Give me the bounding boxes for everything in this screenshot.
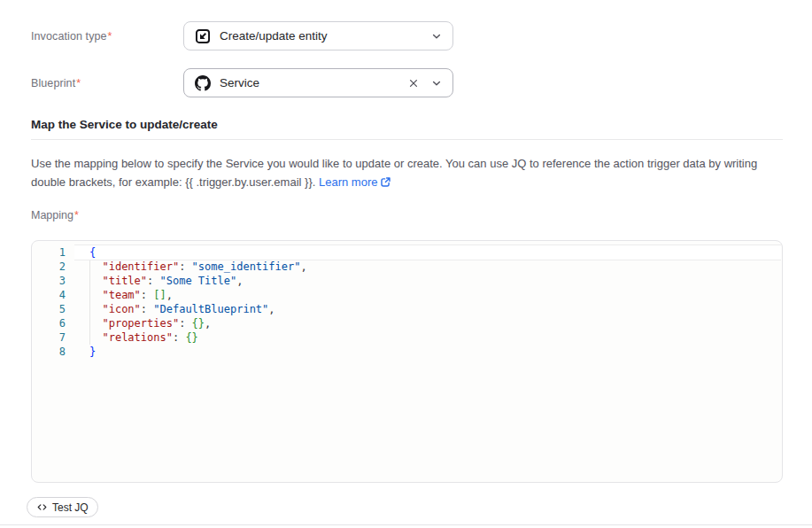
invocation-type-value: Create/update entity (220, 29, 431, 43)
code-line-text: "identifier": "some_identifier", (74, 260, 782, 274)
line-number: 1 (32, 245, 66, 260)
test-jq-label: Test JQ (52, 501, 89, 514)
code-editor-lines: 1{2 "identifier": "some_identifier",3 "t… (32, 241, 782, 359)
line-number: 6 (32, 316, 66, 330)
invocation-type-label: Invocation type* (31, 30, 183, 43)
description-text: Use the mapping below to specify the Ser… (31, 157, 757, 189)
mapping-label: Mapping* (31, 209, 79, 221)
code-line-text: "relations": {} (74, 330, 782, 345)
code-line[interactable]: 2 "identifier": "some_identifier", (32, 260, 782, 274)
chevron-down-icon[interactable] (431, 31, 442, 42)
learn-more-link[interactable]: Learn more (319, 175, 377, 189)
code-line-text: "properties": {}, (74, 316, 782, 330)
code-icon (36, 501, 48, 513)
code-line-text: "title": "Some Title", (74, 274, 782, 288)
line-number: 7 (32, 330, 66, 345)
code-line[interactable]: 5 "icon": "DefaultBlueprint", (32, 302, 782, 316)
external-link-icon[interactable] (380, 175, 391, 186)
chevron-down-icon[interactable] (431, 78, 442, 89)
invocation-type-row: Invocation type* Create/update entity (31, 21, 453, 50)
blueprint-value: Service (220, 76, 408, 89)
required-asterisk: * (74, 209, 79, 221)
code-line-text: } (74, 345, 782, 359)
line-number: 4 (32, 288, 66, 302)
code-line-text: "team": [], (74, 288, 782, 302)
code-line[interactable]: 8} (32, 345, 782, 359)
section-divider (31, 139, 783, 140)
line-number: 8 (32, 345, 66, 359)
required-asterisk: * (76, 77, 81, 89)
line-number: 3 (32, 274, 66, 288)
code-line[interactable]: 6 "properties": {}, (32, 316, 782, 330)
code-line[interactable]: 3 "title": "Some Title", (32, 274, 782, 288)
required-asterisk: * (108, 30, 112, 43)
line-number: 5 (32, 302, 66, 316)
code-line[interactable]: 7 "relations": {} (32, 330, 782, 345)
footer-divider (0, 524, 812, 525)
blueprint-select[interactable]: Service (183, 68, 453, 97)
code-line[interactable]: 1{ (32, 245, 782, 260)
entity-icon (195, 28, 211, 44)
clear-icon[interactable] (408, 78, 419, 89)
line-number: 2 (32, 260, 66, 274)
invocation-type-select[interactable]: Create/update entity (183, 21, 453, 50)
code-line-text: "icon": "DefaultBlueprint", (74, 302, 782, 316)
github-icon (195, 75, 211, 91)
mapping-description: Use the mapping below to specify the Ser… (31, 154, 776, 191)
code-editor[interactable]: 1{2 "identifier": "some_identifier",3 "t… (31, 240, 783, 483)
code-line-text: { (74, 245, 781, 260)
code-line[interactable]: 4 "team": [], (32, 288, 782, 302)
blueprint-label: Blueprint* (31, 77, 183, 89)
test-jq-button[interactable]: Test JQ (27, 497, 98, 517)
section-heading: Map the Service to update/create (31, 118, 218, 131)
blueprint-row: Blueprint* Service (31, 68, 453, 97)
